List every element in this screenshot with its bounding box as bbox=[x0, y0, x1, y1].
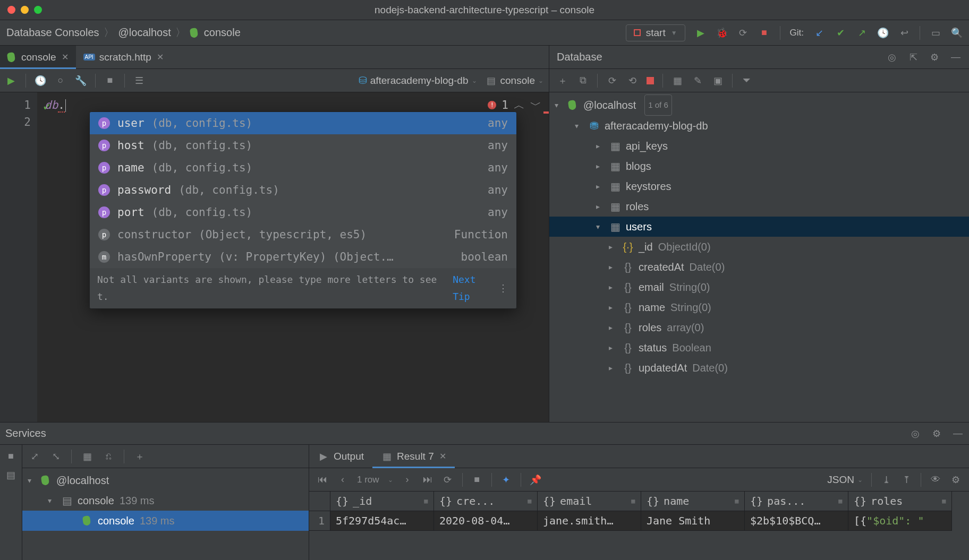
gear-icon[interactable]: ⚙ bbox=[931, 428, 942, 440]
tree-node-collection[interactable]: ▸ ▦ roles bbox=[549, 196, 969, 217]
close-tab-icon[interactable]: ✕ bbox=[157, 52, 164, 62]
add-icon[interactable]: ＋ bbox=[134, 451, 146, 462]
stop-icon[interactable]: ■ bbox=[759, 27, 770, 39]
row-count-label[interactable]: 1 row bbox=[357, 475, 379, 485]
push-icon[interactable]: ↗ bbox=[856, 27, 868, 39]
session-dropdown[interactable]: ▤ console ⌄ bbox=[486, 75, 544, 87]
tab-result[interactable]: ▦ Result 7 ✕ bbox=[372, 445, 455, 468]
completion-item[interactable]: p port (db, config.ts) any bbox=[90, 201, 516, 223]
update-project-icon[interactable]: ↙ bbox=[813, 27, 825, 39]
coverage-icon[interactable]: ⟳ bbox=[737, 27, 749, 39]
tree-node-collection[interactable]: ▸ ▦ api_keys bbox=[549, 136, 969, 156]
column-header[interactable]: {}cre...≡ bbox=[434, 492, 538, 511]
column-header[interactable]: {}pas...≡ bbox=[745, 492, 848, 511]
minimize-window-icon[interactable] bbox=[21, 6, 29, 14]
gear-icon[interactable]: ⚙ bbox=[950, 474, 962, 486]
services-tree-console[interactable]: ▾ ▤ console 139 ms bbox=[22, 490, 309, 511]
run-configuration-dropdown[interactable]: start ▼ bbox=[626, 24, 685, 41]
last-page-icon[interactable]: ⏭ bbox=[422, 474, 434, 486]
stop-icon[interactable] bbox=[647, 77, 654, 84]
tree-node-field[interactable]: ▸ {} status Boolean bbox=[549, 338, 969, 358]
ide-layout-icon[interactable]: ▭ bbox=[930, 27, 941, 39]
rollback-icon[interactable]: ↩ bbox=[898, 27, 910, 39]
close-tab-icon[interactable]: ✕ bbox=[62, 52, 69, 62]
history-icon[interactable]: 🕓 bbox=[877, 27, 889, 39]
history-icon[interactable]: 🕓 bbox=[35, 75, 46, 87]
target-icon[interactable]: ◎ bbox=[910, 428, 921, 440]
services-tree-host[interactable]: ▾ @localhost bbox=[22, 470, 309, 490]
reload-icon[interactable]: ⟳ bbox=[442, 474, 454, 486]
completion-item[interactable]: p constructor (Object, typescript, es5) … bbox=[90, 223, 516, 246]
collapse-icon[interactable]: ⇱ bbox=[907, 51, 919, 63]
cell-id[interactable]: 5f297d54ac… bbox=[330, 511, 434, 531]
refresh-icon[interactable]: ⟳ bbox=[606, 75, 618, 87]
chevron-down-icon[interactable]: ⌄ bbox=[388, 476, 393, 484]
cell-name[interactable]: Jane Smith bbox=[641, 511, 745, 531]
view-mode-dropdown[interactable]: JSON ⌄ bbox=[827, 474, 863, 486]
add-icon[interactable]: ＋ bbox=[557, 75, 568, 87]
tree-node-field[interactable]: ▸ {} roles array(0) bbox=[549, 317, 969, 338]
view-icon[interactable]: 👁 bbox=[930, 474, 941, 486]
rollback-icon[interactable]: ○ bbox=[55, 75, 66, 87]
run-icon[interactable]: ▶ bbox=[695, 27, 707, 39]
import-icon[interactable]: ⤒ bbox=[900, 474, 912, 486]
editor-tab-scratch[interactable]: API scratch.http ✕ bbox=[76, 46, 171, 68]
completion-item[interactable]: p user (db, config.ts) any bbox=[90, 112, 516, 134]
sort-icon[interactable]: ≡ bbox=[528, 497, 532, 505]
column-header[interactable]: {}name≡ bbox=[641, 492, 745, 511]
code-editor[interactable]: 1 ✔ 2 db. ! 1 ︿ ﹀ p user (db bbox=[0, 92, 549, 422]
settings-wrench-icon[interactable]: 🔧 bbox=[75, 75, 87, 87]
minimize-icon[interactable]: — bbox=[950, 51, 962, 63]
stop-icon[interactable]: ■ bbox=[104, 75, 116, 87]
cell-email[interactable]: jane.smith… bbox=[538, 511, 641, 531]
completion-item[interactable]: p name (db, config.ts) any bbox=[90, 157, 516, 179]
tree-node-collection[interactable]: ▸ ▦ keystores bbox=[549, 176, 969, 196]
editor-tab-console[interactable]: console ✕ bbox=[0, 46, 76, 68]
first-page-icon[interactable]: ⏮ bbox=[317, 474, 328, 486]
tab-output[interactable]: ▶ Output bbox=[309, 445, 372, 468]
collapse-all-icon[interactable]: ⤡ bbox=[50, 451, 62, 462]
grid-data-row[interactable]: 1 5f297d54ac… 2020-08-04… jane.smith… Ja… bbox=[309, 511, 969, 531]
completion-item[interactable]: p password (db, config.ts) any bbox=[90, 179, 516, 201]
tree-node-field[interactable]: ▸ {} updatedAt Date(0) bbox=[549, 358, 969, 378]
expand-all-icon[interactable]: ⤢ bbox=[29, 451, 40, 462]
filter-icon[interactable]: ⎌ bbox=[103, 451, 114, 462]
layout-icon[interactable]: ☰ bbox=[133, 75, 145, 87]
group-icon[interactable]: ▦ bbox=[81, 451, 93, 462]
commit-icon[interactable]: ✔ bbox=[835, 27, 846, 39]
layout-icon[interactable]: ▤ bbox=[5, 469, 17, 481]
completion-item[interactable]: m hasOwnProperty (v: PropertyKey) (Objec… bbox=[90, 246, 516, 268]
target-icon[interactable]: ◎ bbox=[886, 51, 898, 63]
column-header[interactable]: {}roles≡ bbox=[848, 492, 952, 511]
search-everywhere-icon[interactable]: 🔍 bbox=[951, 27, 963, 39]
column-header[interactable]: {}email≡ bbox=[538, 492, 641, 511]
breadcrumb-item[interactable]: console bbox=[204, 27, 241, 39]
cell-password[interactable]: $2b$10$BCQ… bbox=[745, 511, 848, 531]
services-tree-query[interactable]: console 139 ms bbox=[22, 511, 309, 531]
more-menu-icon[interactable]: ⋮ bbox=[498, 280, 509, 297]
sort-icon[interactable]: ≡ bbox=[424, 497, 428, 505]
tree-node-field[interactable]: ▸ {} email String(0) bbox=[549, 277, 969, 297]
filter-icon[interactable]: ⏷ bbox=[741, 75, 753, 87]
gear-icon[interactable]: ⚙ bbox=[929, 51, 940, 63]
query-console-icon[interactable]: ▣ bbox=[712, 75, 724, 87]
tree-node-collection[interactable]: ▸ ▦ blogs bbox=[549, 156, 969, 176]
stop-icon[interactable]: ■ bbox=[5, 450, 17, 462]
next-page-icon[interactable]: › bbox=[402, 474, 413, 486]
completion-item[interactable]: p host (db, config.ts) any bbox=[90, 134, 516, 157]
tree-node-field[interactable]: ▸ {·} _id ObjectId(0) bbox=[549, 237, 969, 257]
cell-roles[interactable]: [{"$oid": " bbox=[848, 511, 952, 531]
cell-created[interactable]: 2020-08-04… bbox=[434, 511, 538, 531]
sort-icon[interactable]: ≡ bbox=[631, 497, 635, 505]
error-stripe[interactable] bbox=[543, 111, 549, 114]
breadcrumb-item[interactable]: @localhost bbox=[118, 27, 171, 39]
table-icon[interactable]: ▦ bbox=[672, 75, 683, 87]
add-row-icon[interactable]: ✦ bbox=[500, 474, 512, 486]
minimize-icon[interactable]: — bbox=[952, 428, 964, 440]
close-tab-icon[interactable]: ✕ bbox=[439, 451, 446, 461]
sync-icon[interactable]: ⟲ bbox=[626, 75, 638, 87]
breadcrumb-item[interactable]: Database Consoles bbox=[6, 27, 99, 39]
zoom-window-icon[interactable] bbox=[34, 6, 42, 14]
sort-icon[interactable]: ≡ bbox=[735, 497, 739, 505]
debug-icon[interactable]: 🐞 bbox=[716, 27, 728, 39]
